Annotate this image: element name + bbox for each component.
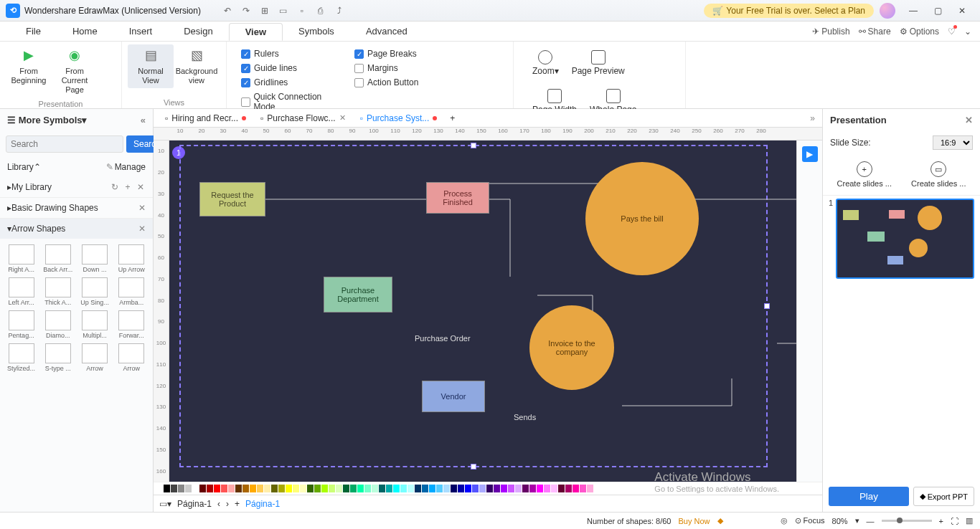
check-margins[interactable]: Margins <box>354 63 455 73</box>
share-button[interactable]: ⚯ Share <box>859 27 891 37</box>
color-swatch[interactable] <box>529 485 536 492</box>
notifications-icon[interactable]: ♡ <box>948 27 956 37</box>
shape-item[interactable]: Pentag... <box>4 309 38 339</box>
color-swatch[interactable] <box>242 485 249 492</box>
from-beginning-button[interactable]: ▶FromBeginning <box>6 44 52 88</box>
layout-icon[interactable]: ▥ <box>966 516 973 525</box>
node-invoice[interactable]: Invoice to the company <box>529 305 614 390</box>
node-process[interactable]: Process Finished <box>426 182 489 214</box>
color-swatch[interactable] <box>250 485 256 492</box>
export-ppt-button[interactable]: ◆ Export PPT <box>913 487 974 506</box>
zoom-slider[interactable] <box>882 520 932 522</box>
check-guide-lines[interactable]: ✓Guide lines <box>241 63 341 73</box>
color-swatch[interactable] <box>587 485 593 492</box>
shape-item[interactable]: S-type ... <box>41 342 75 372</box>
color-swatch[interactable] <box>321 485 328 492</box>
node-purchase[interactable]: Purchase Department <box>324 277 392 313</box>
color-swatch[interactable] <box>436 485 443 492</box>
panel-menu-icon[interactable]: ☰ <box>7 115 16 125</box>
color-swatch[interactable] <box>221 485 227 492</box>
shape-item[interactable]: Back Arr... <box>41 243 75 273</box>
lib-refresh-icon[interactable]: ↻ <box>110 182 120 192</box>
color-swatch[interactable] <box>329 485 335 492</box>
avatar[interactable] <box>880 3 895 19</box>
menu-advanced[interactable]: Advanced <box>350 23 423 39</box>
doc-tab[interactable]: ▫ Purchase Flowc...✕ <box>253 111 353 125</box>
shape-item[interactable]: Up Arrow <box>115 243 149 273</box>
normal-view-button[interactable]: ▤NormalView <box>128 44 174 88</box>
save-button[interactable]: ▫ <box>293 2 311 19</box>
color-swatch[interactable] <box>386 485 392 492</box>
shape-item[interactable]: Right A... <box>4 243 38 273</box>
check-gridlines[interactable]: ✓Gridlines <box>241 77 341 87</box>
new-button[interactable]: ⊞ <box>256 2 273 19</box>
shape-item[interactable]: Stylized... <box>4 342 38 372</box>
node-vendor[interactable]: Vendor <box>422 381 485 412</box>
color-swatch[interactable] <box>407 485 414 492</box>
add-page-button[interactable]: + <box>235 499 240 509</box>
color-swatch[interactable] <box>293 485 299 492</box>
lib-add-icon[interactable]: + <box>123 182 133 192</box>
color-swatch[interactable] <box>479 485 486 492</box>
play-button[interactable]: Play <box>829 487 909 506</box>
shape-item[interactable]: Arrow <box>115 342 149 372</box>
color-swatch[interactable] <box>235 485 242 492</box>
section-close-icon[interactable]: ✕ <box>138 203 146 213</box>
node-pays[interactable]: Pays the bill <box>585 162 699 275</box>
shape-item[interactable]: Left Arr... <box>4 276 38 306</box>
maximize-button[interactable]: ▢ <box>925 1 950 20</box>
export-button[interactable]: ⤴ <box>331 2 348 19</box>
minimize-button[interactable]: — <box>901 1 925 20</box>
shape-item[interactable]: Diamo... <box>41 309 75 339</box>
color-swatch[interactable] <box>164 485 170 492</box>
page-tab[interactable]: Página-1 <box>245 499 280 509</box>
node-request[interactable]: Request the Product <box>199 182 265 216</box>
color-swatch[interactable] <box>565 485 572 492</box>
create-slides-auto[interactable]: +Create slides ... <box>837 161 892 188</box>
color-swatch[interactable] <box>458 485 464 492</box>
color-swatch[interactable] <box>278 485 285 492</box>
open-button[interactable]: ▭ <box>275 2 292 19</box>
page-next-icon[interactable]: › <box>226 499 229 509</box>
color-swatch[interactable] <box>307 485 314 492</box>
color-swatch[interactable] <box>551 485 557 492</box>
color-swatch[interactable] <box>300 485 306 492</box>
expand-right-icon[interactable]: » <box>803 113 822 123</box>
color-swatch[interactable] <box>214 485 220 492</box>
shape-item[interactable]: Armba... <box>115 276 149 306</box>
section-basic[interactable]: Basic Drawing Shapes <box>11 203 98 213</box>
color-swatch[interactable] <box>573 485 579 492</box>
collapse-panel-icon[interactable]: « <box>141 115 146 125</box>
color-swatch[interactable] <box>515 485 522 492</box>
shape-item[interactable]: Forwar... <box>115 309 149 339</box>
page-selector[interactable]: Página-1 <box>177 499 212 509</box>
menu-design[interactable]: Design <box>168 23 228 39</box>
shape-item[interactable]: Down ... <box>78 243 112 273</box>
color-swatch[interactable] <box>192 485 199 492</box>
slide-thumbnail[interactable] <box>836 199 974 279</box>
color-swatch[interactable] <box>472 485 479 492</box>
color-swatch[interactable] <box>286 485 292 492</box>
color-swatch[interactable] <box>580 485 586 492</box>
shape-item[interactable]: Multipl... <box>78 309 112 339</box>
close-button[interactable]: ✕ <box>950 1 974 20</box>
color-swatch[interactable] <box>379 485 385 492</box>
menu-insert[interactable]: Insert <box>113 23 169 39</box>
color-swatch[interactable] <box>558 485 565 492</box>
check-rulers[interactable]: ✓Rulers <box>241 49 341 59</box>
edit-library-icon[interactable]: ✎ <box>105 162 115 172</box>
color-swatch[interactable] <box>522 485 529 492</box>
create-slides-manual[interactable]: ▭Create slides ... <box>911 161 966 188</box>
library-label[interactable]: Library <box>7 162 34 172</box>
menu-file[interactable]: File <box>10 23 57 39</box>
zoom-dropdown[interactable]: Zoom▾ <box>532 50 559 76</box>
color-swatch[interactable] <box>451 485 457 492</box>
color-swatch[interactable] <box>415 485 421 492</box>
color-swatch[interactable] <box>486 485 493 492</box>
manage-link[interactable]: Manage <box>115 162 146 172</box>
color-swatch[interactable] <box>185 485 192 492</box>
presentation-sidebar-icon[interactable]: ▶ <box>796 140 822 482</box>
color-swatch[interactable] <box>171 485 177 492</box>
color-swatch[interactable] <box>400 485 407 492</box>
color-palette[interactable] <box>154 482 822 495</box>
